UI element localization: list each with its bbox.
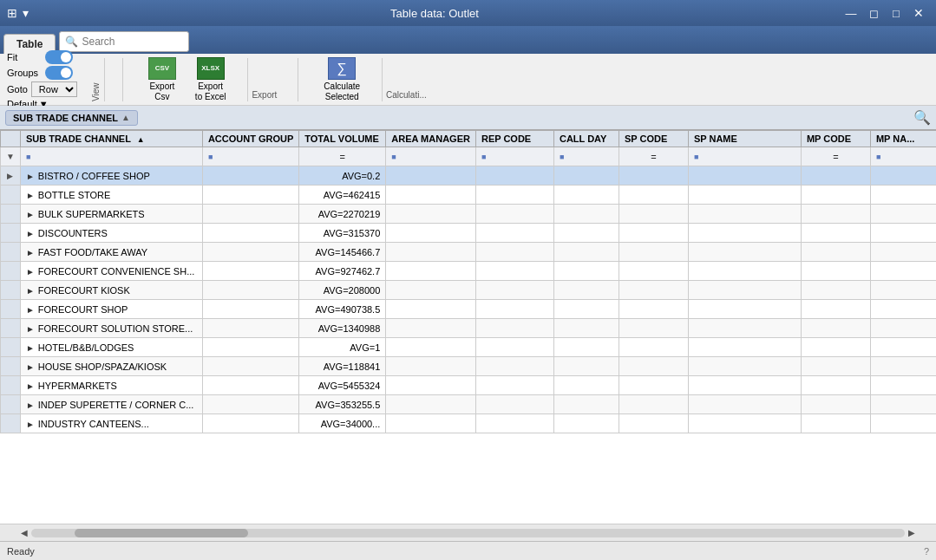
filter-sp-name[interactable]: ■ — [688, 147, 801, 166]
groups-toggle[interactable] — [45, 66, 73, 80]
calculate-selected-button[interactable]: ∑ CalculateSelected — [316, 53, 368, 107]
export-excel-button[interactable]: XLSX Exportto Excel — [187, 53, 234, 107]
search-input[interactable] — [82, 36, 186, 48]
sub-trade-value: BISTRO / COFFEE SHOP — [38, 171, 150, 181]
expand-button[interactable]: ► — [26, 324, 35, 334]
table-row[interactable]: ►BOTTLE STOREAVG=462415 — [1, 186, 937, 205]
cell-sp-name — [688, 224, 801, 243]
table-row[interactable]: ►INDEP SUPERETTE / CORNER C...AVG=353255… — [1, 395, 937, 414]
filter-area-manager[interactable]: ■ — [386, 147, 476, 166]
col-header-mp-name[interactable]: MP NA... — [870, 131, 936, 147]
table-row[interactable]: ►HOUSE SHOP/SPAZA/KIOSKAVG=118841 — [1, 357, 937, 376]
groups-toggle-row: Groups — [7, 66, 77, 80]
filter-sp-code[interactable]: = — [619, 147, 688, 166]
cell-sub-trade-channel[interactable]: ►DISCOUNTERS — [20, 224, 202, 243]
expand-button[interactable]: ► — [26, 420, 35, 429]
cell-account-group — [202, 319, 298, 338]
filter-total-volume[interactable]: = — [299, 147, 386, 166]
cell-sub-trade-channel[interactable]: ►INDUSTRY CANTEENS... — [20, 414, 202, 433]
cell-sub-trade-channel[interactable]: ►BISTRO / COFFEE SHOP — [20, 166, 202, 186]
table-row[interactable]: ►HYPERMARKETSAVG=5455324 — [1, 376, 937, 395]
minimize-button[interactable]: — — [841, 4, 861, 22]
cell-sub-trade-channel[interactable]: ►FAST FOOD/TAKE AWAY — [20, 243, 202, 262]
app-menu-icon[interactable]: ▾ — [23, 6, 29, 20]
expand-button[interactable]: ► — [26, 343, 35, 353]
sub-trade-value: FORECOURT KIOSK — [38, 285, 130, 296]
sort-asc-icon[interactable]: ▲ — [137, 135, 145, 144]
expand-button[interactable]: ► — [26, 267, 35, 277]
table-row[interactable]: ►DISCOUNTERSAVG=315370 — [1, 224, 937, 243]
col-header-sp-name[interactable]: SP NAME — [688, 131, 801, 147]
filter-input-sub-trade[interactable] — [32, 152, 197, 161]
group-tag-sub-trade-channel[interactable]: SUB TRADE CHANNEL ▲ — [5, 110, 138, 126]
cell-sub-trade-channel[interactable]: ►INDEP SUPERETTE / CORNER C... — [20, 395, 202, 414]
hscroll-thumb[interactable] — [75, 529, 248, 537]
search-box[interactable]: 🔍 — [59, 31, 189, 52]
filter-input-sp-name[interactable] — [700, 152, 795, 161]
close-button[interactable]: ✕ — [908, 4, 929, 22]
cell-sub-trade-channel[interactable]: ►FORECOURT CONVENIENCE SH... — [20, 262, 202, 281]
hscroll-track[interactable] — [31, 529, 905, 537]
filter-input-call-day[interactable] — [566, 152, 613, 161]
filter-sub-trade-channel[interactable]: ■ — [20, 147, 202, 166]
filter-mp-name[interactable]: ■ — [870, 147, 936, 166]
cell-sub-trade-channel[interactable]: ►FORECOURT SOLUTION STORE... — [20, 319, 202, 338]
table-row[interactable]: ►FORECOURT CONVENIENCE SH...AVG=927462.7 — [1, 262, 937, 281]
table-row[interactable]: ►FORECOURT SOLUTION STORE...AVG=1340988 — [1, 319, 937, 338]
maximize-button[interactable]: □ — [886, 4, 907, 22]
fit-toggle[interactable] — [45, 50, 73, 64]
restore-button[interactable]: ◻ — [863, 4, 884, 22]
col-header-call-day[interactable]: CALL DAY — [553, 131, 619, 147]
filter-call-day[interactable]: ■ — [553, 147, 619, 166]
expand-button[interactable]: ► — [26, 172, 35, 181]
cell-rep-code — [475, 262, 553, 281]
search-icon-btn[interactable]: 🔍 — [913, 109, 931, 126]
expand-button[interactable]: ► — [26, 305, 35, 315]
col-header-account-group[interactable]: ACCOUNT GROUP — [202, 131, 298, 147]
export-csv-button[interactable]: CSV ExportCsv — [141, 53, 184, 107]
cell-sub-trade-channel[interactable]: ►HOTEL/B&B/LODGES — [20, 338, 202, 357]
expand-button[interactable]: ► — [26, 400, 35, 410]
table-row[interactable]: ►FORECOURT SHOPAVG=490738.5 — [1, 300, 937, 319]
table-row[interactable]: ▶►BISTRO / COFFEE SHOPAVG=0.2 — [1, 166, 937, 186]
table-row[interactable]: ►BULK SUPERMARKETSAVG=2270219 — [1, 205, 937, 224]
expand-button[interactable]: ► — [26, 229, 35, 238]
table-row[interactable]: ►HOTEL/B&B/LODGESAVG=1 — [1, 338, 937, 357]
table-container[interactable]: SUB TRADE CHANNEL ▲ ACCOUNT GROUP TOTAL … — [0, 130, 936, 524]
col-header-mp-code[interactable]: MP CODE — [801, 131, 870, 147]
expand-button[interactable]: ► — [26, 210, 35, 219]
filter-input-mp-name[interactable] — [882, 152, 934, 161]
filter-input-acct-group[interactable] — [214, 152, 293, 161]
filter-input-area-mgr[interactable] — [398, 152, 470, 161]
table-row[interactable]: ►FAST FOOD/TAKE AWAYAVG=145466.7 — [1, 243, 937, 262]
hscroll-right-arrow[interactable]: ▶ — [905, 528, 919, 537]
expand-button[interactable]: ► — [26, 286, 35, 296]
cell-sub-trade-channel[interactable]: ►BULK SUPERMARKETS — [20, 205, 202, 224]
col-header-sub-trade-channel[interactable]: SUB TRADE CHANNEL ▲ — [20, 131, 202, 147]
expand-button[interactable]: ► — [26, 191, 35, 200]
col-header-rep-code[interactable]: REP CODE — [475, 131, 553, 147]
filter-rep-code[interactable]: ■ — [475, 147, 553, 166]
expand-button[interactable]: ► — [26, 362, 35, 372]
cell-sub-trade-channel[interactable]: ►HOUSE SHOP/SPAZA/KIOSK — [20, 357, 202, 376]
cell-sub-trade-channel[interactable]: ►BOTTLE STORE — [20, 186, 202, 205]
cell-sub-trade-channel[interactable]: ►FORECOURT SHOP — [20, 300, 202, 319]
expand-button[interactable]: ► — [26, 248, 35, 257]
cell-mp-code — [801, 338, 870, 357]
col-header-total-volume[interactable]: TOTAL VOLUME — [299, 131, 386, 147]
table-row[interactable]: ►INDUSTRY CANTEENS...AVG=34000... — [1, 414, 937, 433]
row-expand-arrow[interactable]: ▶ — [7, 172, 13, 180]
col-header-area-manager[interactable]: AREA MANAGER — [386, 131, 476, 147]
group-tag-remove-icon[interactable]: ▲ — [121, 113, 130, 122]
hscroll-left-arrow[interactable]: ◀ — [17, 528, 31, 537]
goto-select[interactable]: Row — [31, 81, 77, 97]
table-row[interactable]: ►FORECOURT KIOSKAVG=208000 — [1, 281, 937, 300]
cell-sub-trade-channel[interactable]: ►FORECOURT KIOSK — [20, 281, 202, 300]
filter-mp-code[interactable]: = — [801, 147, 870, 166]
filter-account-group[interactable]: ■ — [202, 147, 298, 166]
col-header-sp-code[interactable]: SP CODE — [619, 131, 688, 147]
cell-sub-trade-channel[interactable]: ►HYPERMARKETS — [20, 376, 202, 395]
filter-input-rep-code[interactable] — [488, 152, 548, 161]
expand-button[interactable]: ► — [26, 381, 35, 391]
help-icon[interactable]: ? — [924, 546, 929, 557]
